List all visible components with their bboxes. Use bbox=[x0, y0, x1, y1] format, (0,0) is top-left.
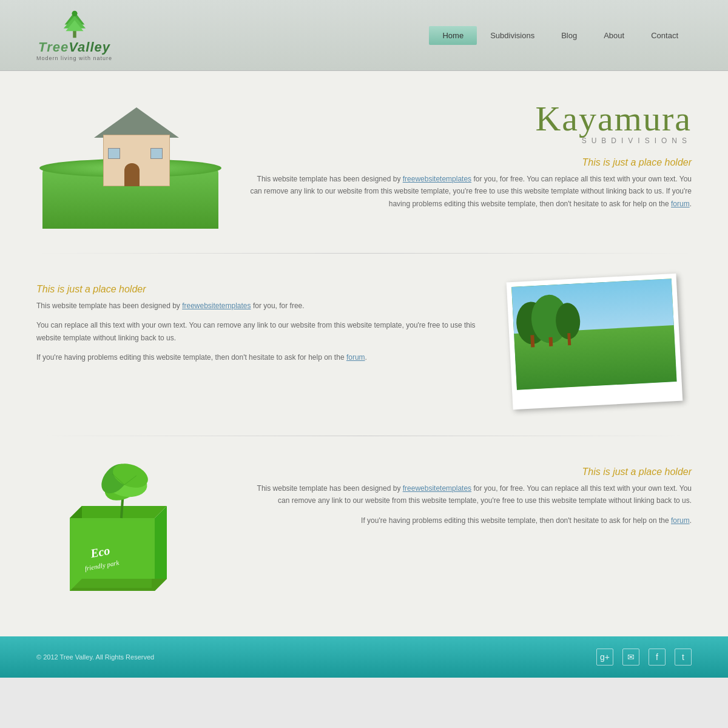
middle-link-1[interactable]: freewebsitetemplates bbox=[182, 302, 251, 310]
divider-1 bbox=[36, 253, 692, 254]
middle-text-3: If you're having problems editing this w… bbox=[36, 353, 346, 362]
eco-text-area: This is just a place holder This website… bbox=[249, 460, 692, 527]
svg-rect-0 bbox=[73, 30, 76, 38]
footer-icons: g+ ✉ f t bbox=[596, 649, 692, 666]
middle-text-p2: You can replace all this text with your … bbox=[36, 319, 479, 344]
eco-link-2[interactable]: forum bbox=[671, 516, 690, 525]
svg-rect-10 bbox=[567, 333, 571, 345]
nav-home[interactable]: Home bbox=[429, 26, 477, 45]
photo-trees-svg bbox=[511, 278, 675, 349]
eco-illustration: Eco friendly park bbox=[36, 460, 206, 612]
footer: © 2012 Tree Valley. All Rights Reserved … bbox=[0, 636, 728, 678]
footer-icon-email[interactable]: ✉ bbox=[622, 649, 639, 666]
eco-text-p2: If you're having problems editing this w… bbox=[249, 514, 692, 527]
hero-link-1[interactable]: freewebsitetemplates bbox=[403, 175, 471, 183]
middle-text-2: for you, for free. bbox=[251, 302, 305, 310]
nav-about[interactable]: About bbox=[590, 26, 638, 45]
eco-text-3: If you're having problems editing this w… bbox=[361, 516, 671, 525]
svg-rect-8 bbox=[530, 335, 534, 347]
hero-placeholder-text: This website template has been designed … bbox=[249, 173, 692, 210]
subdivisions-subheading: SUBDIVISIONS bbox=[249, 136, 692, 145]
middle-text-p3: If you're having problems editing this w… bbox=[36, 351, 479, 363]
hero-section: Kayamura SUBDIVISIONS This is just a pla… bbox=[0, 71, 728, 253]
logo-tree-icon bbox=[56, 9, 93, 39]
hero-placeholder-title: This is just a place holder bbox=[249, 157, 692, 168]
nav-contact[interactable]: Contact bbox=[638, 26, 692, 45]
middle-placeholder-title: This is just a place holder bbox=[36, 284, 479, 295]
middle-text-p1: This website template has been designed … bbox=[36, 300, 479, 312]
svg-rect-16 bbox=[73, 521, 152, 588]
svg-point-4 bbox=[72, 11, 77, 16]
svg-marker-14 bbox=[155, 506, 167, 591]
main-nav: Home Subdivisions Blog About Contact bbox=[429, 26, 692, 45]
svg-rect-9 bbox=[549, 337, 553, 346]
middle-image-area bbox=[497, 278, 692, 417]
hero-text-1: This website template has been designed … bbox=[257, 175, 403, 183]
logo-area: TreeValley Modern living with nature bbox=[36, 9, 112, 61]
middle-text-area: This is just a place holder This website… bbox=[36, 278, 479, 364]
divider-2 bbox=[36, 436, 692, 436]
nav-subdivisions[interactable]: Subdivisions bbox=[477, 26, 548, 45]
house-window-right bbox=[150, 148, 163, 159]
footer-copyright: © 2012 Tree Valley. All Rights Reserved bbox=[36, 653, 154, 661]
hero-image-area bbox=[36, 95, 231, 229]
polaroid-photo-image bbox=[511, 278, 677, 390]
eco-image-area: Eco friendly park bbox=[36, 460, 231, 612]
footer-icon-gplus[interactable]: g+ bbox=[596, 649, 613, 666]
house-illustration bbox=[36, 95, 231, 229]
svg-marker-11 bbox=[70, 506, 167, 518]
polaroid-frame-front bbox=[507, 274, 683, 410]
middle-text-4: . bbox=[365, 353, 367, 362]
hero-text-area: Kayamura SUBDIVISIONS This is just a pla… bbox=[249, 95, 692, 210]
house-roof bbox=[94, 107, 179, 138]
eco-placeholder-title: This is just a place holder bbox=[249, 467, 692, 477]
header: TreeValley Modern living with nature Hom… bbox=[0, 0, 728, 71]
footer-icon-twitter[interactable]: t bbox=[675, 649, 692, 666]
eco-section: Eco friendly park This is just a place h… bbox=[0, 442, 728, 636]
eco-text-p1: This website template has been designed … bbox=[249, 482, 692, 507]
eco-text-4: . bbox=[690, 516, 692, 525]
house-door bbox=[124, 163, 140, 186]
main-content: Kayamura SUBDIVISIONS This is just a pla… bbox=[0, 71, 728, 636]
hero-text-3: . bbox=[690, 200, 692, 208]
eco-box-svg: Eco friendly park bbox=[36, 460, 206, 612]
polaroid-photo-container bbox=[510, 278, 692, 417]
footer-icon-facebook[interactable]: f bbox=[649, 649, 666, 666]
kayamura-heading: Kayamura bbox=[249, 101, 692, 136]
eco-text-1: This website template has been designed … bbox=[257, 484, 403, 493]
eco-link-1[interactable]: freewebsitetemplates bbox=[403, 484, 471, 493]
nav-blog[interactable]: Blog bbox=[548, 26, 590, 45]
logo-name: TreeValley bbox=[38, 39, 110, 55]
kayamura-title: Kayamura SUBDIVISIONS bbox=[249, 101, 692, 145]
middle-text-1: This website template has been designed … bbox=[36, 302, 182, 310]
middle-link-2[interactable]: forum bbox=[346, 353, 365, 362]
hero-link-2[interactable]: forum bbox=[671, 200, 690, 208]
logo-tagline: Modern living with nature bbox=[36, 55, 112, 61]
middle-section: This is just a place holder This website… bbox=[0, 260, 728, 436]
house-window-left bbox=[108, 148, 120, 159]
